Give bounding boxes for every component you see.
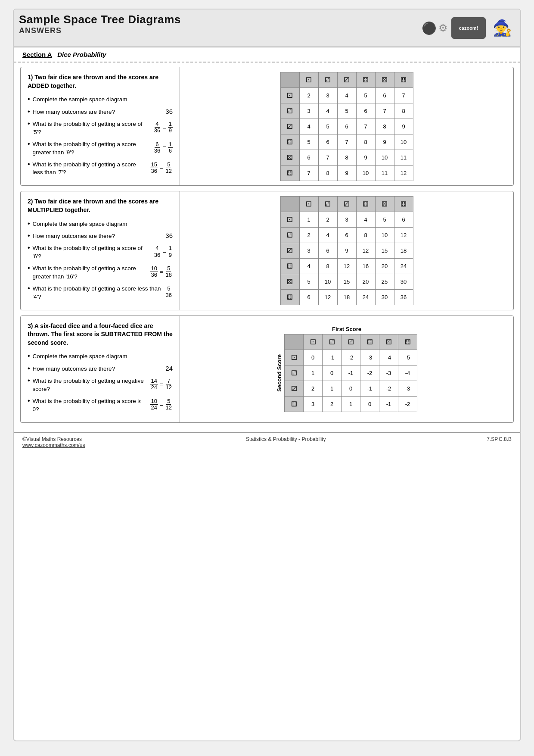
q3-col-h6: ⚅ (398, 334, 417, 350)
q2-cell-52: 18 (337, 289, 356, 305)
q1-cell-20: 4 (299, 119, 318, 134)
question-1-right: ⚀ ⚁ ⚂ ⚃ ⚄ ⚅ ⚀ 2 3 4 5 6 7 (180, 67, 513, 185)
q2-cell-35: 24 (394, 258, 413, 274)
q2-cell-50: 6 (299, 289, 318, 305)
q3-outcomes-text: How many outcomes are there? (33, 365, 161, 373)
q1-cell-04: 6 (375, 87, 394, 103)
q2-cell-40: 5 (299, 274, 318, 289)
q2-cell-00: 1 (299, 212, 318, 227)
q1-cell-33: 8 (356, 134, 375, 150)
q3-cell-21: 1 (323, 381, 342, 397)
q1-cell-35: 10 (394, 134, 413, 150)
q1-col-h5: ⚄ (375, 72, 394, 87)
q3-frac1-eq: 7 12 (165, 378, 173, 391)
q1-cell-42: 8 (337, 150, 356, 165)
q3-bullet-4: • (28, 396, 30, 406)
q3-table-wrapper: First Score Second Score ⚀ ⚁ ⚂ ⚃ ⚄ ⚅ (184, 326, 509, 412)
q3-col-h4: ⚃ (360, 334, 379, 350)
footer-url[interactable]: www.cazoommaths.com/us (22, 442, 85, 448)
q1-cell-32: 7 (337, 134, 356, 150)
q2-cell-14: 10 (375, 227, 394, 243)
q3-cell-04: -4 (379, 350, 398, 366)
q1-cell-50: 7 (299, 165, 318, 181)
q2-item-complete: • Complete the sample space diagram (28, 219, 173, 228)
q3-cell-11: 0 (323, 366, 342, 381)
q1-num: 1) (28, 74, 34, 81)
q2-cell-13: 8 (356, 227, 375, 243)
q1-cell-05: 7 (394, 87, 413, 103)
q3-cell-35: -2 (398, 397, 417, 412)
q2-cell-34: 20 (375, 258, 394, 274)
q1-cell-01: 3 (318, 87, 337, 103)
q1-col-h3: ⚂ (337, 72, 356, 87)
header-title-block: Sample Space Tree Diagrams ANSWERS (19, 13, 417, 43)
q2-frac1: 4 36 (153, 245, 161, 258)
q1-table: ⚀ ⚁ ⚂ ⚃ ⚄ ⚅ ⚀ 2 3 4 5 6 7 (280, 72, 413, 181)
q1-frac1-num: 4 (155, 121, 159, 128)
q1-row-h5: ⚄ (280, 150, 299, 165)
footer-left: ©Visual Maths Resources www.cazoommaths.… (22, 436, 85, 448)
section-a-label: Section A (22, 51, 52, 58)
q2-bullet-4: • (28, 263, 30, 273)
q2-cell-55: 36 (394, 289, 413, 305)
q2-title-text: Two fair dice are thrown and the scores … (28, 198, 158, 213)
q2-item-prob2: • What is the probability of getting a s… (28, 263, 173, 281)
q1-item-prob3: • What is the probability of getting a s… (28, 159, 173, 177)
q3-frac2-den: 24 (150, 405, 158, 411)
q1-cell-10: 3 (299, 103, 318, 119)
q2-frac1-eq: 1 9 (168, 245, 173, 258)
footer-url-text: www.cazoommaths.com/us (22, 442, 85, 448)
q3-title: 3) A six-faced dice and a four-faced dic… (28, 322, 173, 347)
q3-item-complete: • Complete the sample space diagram (28, 351, 173, 361)
page: Sample Space Tree Diagrams ANSWERS ⚫ ⚙ c… (13, 9, 521, 741)
q1-prob2-answer: 6 36 = 1 6 (153, 141, 173, 154)
q1-frac3-eq: 5 12 (165, 162, 173, 175)
q2-frac2-den: 36 (150, 272, 158, 278)
q1-prob2-text: What is the probability of getting a sco… (33, 141, 150, 157)
bullet-4: • (28, 139, 30, 149)
q1-cell-44: 10 (375, 150, 394, 165)
q2-cell-01: 2 (318, 212, 337, 227)
q3-cell-03: -3 (360, 350, 379, 366)
q2-cell-33: 16 (356, 258, 375, 274)
q3-row-h4: ⚃ (285, 397, 304, 412)
q3-frac1-eqnum: 7 (166, 378, 171, 384)
q3-row-h1: ⚀ (285, 350, 304, 366)
q3-col-h3: ⚂ (342, 334, 360, 350)
q3-table-area: Second Score ⚀ ⚁ ⚂ ⚃ ⚄ ⚅ (276, 334, 417, 412)
q2-eq2: = (160, 268, 163, 276)
q2-row-h6: ⚅ (280, 289, 299, 305)
q2-row-h3: ⚂ (280, 243, 299, 258)
q3-cell-34: -1 (379, 397, 398, 412)
q2-complete-text: Complete the sample space diagram (33, 220, 173, 228)
q3-col-h1: ⚀ (304, 334, 323, 350)
q3-eq1: = (160, 381, 163, 388)
q2-prob2-text: What is the probability of getting a sco… (33, 265, 147, 281)
q3-row-h2: ⚁ (285, 366, 304, 381)
q2-col-h1: ⚀ (299, 196, 318, 212)
q3-col-h2: ⚁ (323, 334, 342, 350)
q2-cell-51: 12 (318, 289, 337, 305)
q1-item-complete: • Complete the sample space diagram (28, 94, 173, 104)
q3-prob1-answer: 14 24 = 7 12 (150, 378, 173, 391)
q1-prob3-answer: 15 36 = 5 12 (150, 162, 173, 175)
q2-cell-04: 5 (375, 212, 394, 227)
q2-corner (280, 196, 299, 212)
q2-title: 2) Two fair dice are thrown and the scor… (28, 197, 173, 214)
q1-cell-41: 7 (318, 150, 337, 165)
q1-outcomes-text: How many outcomes are there? (33, 108, 161, 116)
footer-right: 7.SP.C.8.B (487, 436, 512, 448)
q3-complete-text: Complete the sample space diagram (33, 353, 173, 361)
q1-complete-text: Complete the sample space diagram (33, 96, 173, 104)
q2-cell-12: 6 (337, 227, 356, 243)
q1-cell-21: 5 (318, 119, 337, 134)
q2-cell-03: 4 (356, 212, 375, 227)
q3-frac1-den: 24 (150, 384, 158, 390)
main-title: Sample Space Tree Diagrams (19, 13, 417, 26)
q2-cell-11: 4 (318, 227, 337, 243)
q2-outcomes-answer: 36 (165, 231, 173, 240)
q2-cell-10: 2 (299, 227, 318, 243)
q3-cell-30: 3 (304, 397, 323, 412)
q3-cell-02: -2 (342, 350, 360, 366)
q1-eq1: = (163, 124, 166, 131)
